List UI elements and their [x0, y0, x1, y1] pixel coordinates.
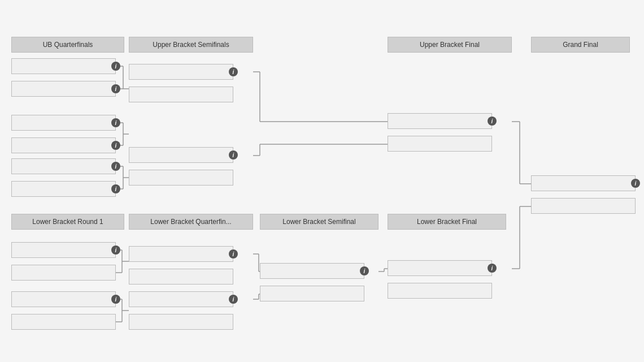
- lbq-2-top: i: [129, 291, 233, 307]
- info-ubq-1-bot[interactable]: i: [111, 84, 120, 93]
- lbr1-2-bot: [11, 314, 116, 330]
- info-lbr1-2-top[interactable]: i: [111, 295, 120, 304]
- lbf-top: i: [388, 260, 492, 276]
- ubs-1-top: i: [129, 64, 233, 80]
- lbr1-1-top: i: [11, 242, 116, 258]
- ubq-2-bot: i: [11, 137, 116, 153]
- info-ubs-1-top[interactable]: i: [229, 67, 238, 76]
- header-lb-semi: Lower Bracket Semifinal: [260, 214, 378, 230]
- info-gf-top[interactable]: i: [631, 179, 640, 188]
- info-ubq-1-top[interactable]: i: [111, 62, 120, 71]
- ubq-2-top: i: [11, 115, 116, 131]
- info-lbs-top[interactable]: i: [360, 266, 369, 275]
- gf-bot: [531, 198, 636, 214]
- ubs-2-top: i: [129, 147, 233, 163]
- header-lb-final: Lower Bracket Final: [388, 214, 506, 230]
- header-ub-semifinals: Upper Bracket Semifinals: [129, 37, 253, 53]
- info-ubf-top[interactable]: i: [488, 117, 497, 126]
- lbq-2-bot: [129, 314, 233, 330]
- info-lbf-top[interactable]: i: [488, 264, 497, 273]
- lbs-top: i: [260, 263, 364, 279]
- ubq-3-bot: i: [11, 181, 116, 197]
- gf-top: i: [531, 175, 636, 191]
- header-ub-final: Upper Bracket Final: [388, 37, 512, 53]
- info-lbq-2-top[interactable]: i: [229, 295, 238, 304]
- info-ubq-2-top[interactable]: i: [111, 118, 120, 127]
- info-lbq-1-top[interactable]: i: [229, 249, 238, 258]
- lbq-1-bot: [129, 269, 233, 285]
- lbr1-2-top: i: [11, 291, 116, 307]
- info-ubq-3-bot[interactable]: i: [111, 184, 120, 193]
- lbs-bot: [260, 286, 364, 301]
- ubf-top: i: [388, 113, 492, 129]
- info-ubq-3-top[interactable]: i: [111, 162, 120, 171]
- ubq-3-top: i: [11, 158, 116, 174]
- header-grand-final: Grand Final: [531, 37, 630, 53]
- ubs-2-bot: [129, 170, 233, 186]
- ubs-1-bot: [129, 87, 233, 102]
- lbq-1-top: i: [129, 246, 233, 262]
- lbr1-1-bot: [11, 265, 116, 281]
- info-lbr1-1-top[interactable]: i: [111, 245, 120, 255]
- header-lb-quarters: Lower Bracket Quarterfin...: [129, 214, 253, 230]
- info-ubs-2-top[interactable]: i: [229, 150, 238, 160]
- ubq-1-top: i: [11, 58, 116, 74]
- header-lb-round1: Lower Bracket Round 1: [11, 214, 124, 230]
- ubq-1-bot: i: [11, 81, 116, 97]
- lbf-bot: [388, 283, 492, 299]
- bracket-container: UB Quarterfinals Upper Bracket Semifinal…: [0, 0, 644, 362]
- ubf-bot: [388, 136, 492, 152]
- info-ubq-2-bot[interactable]: i: [111, 141, 120, 150]
- header-ub-quarterfinals: UB Quarterfinals: [11, 37, 124, 53]
